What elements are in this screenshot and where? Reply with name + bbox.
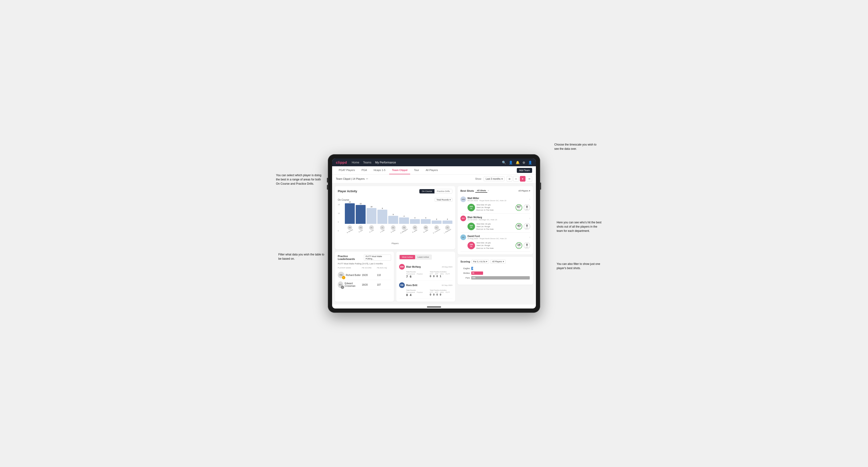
tab-tour[interactable]: Tour	[411, 166, 422, 174]
player-activity-card: Player Activity On Course Practice Drill…	[335, 186, 455, 249]
shot-player-header-3[interactable]: DF David Ford 24 Aug 2023 · Royal North …	[460, 235, 530, 240]
pa-stats-1: Total Rounds Tournament Practice 7	[399, 271, 453, 278]
shot-player-info-1: Matt Miller 09 Jun 2023 · Royal North De…	[467, 197, 528, 201]
shot-info-2: Shot Dist: 43 yds Start Lie: Rough End L…	[476, 223, 514, 231]
lb-col-score: PB SCORE	[362, 267, 376, 269]
annotation-top-right: Choose the timescale you wish to see the…	[554, 143, 601, 151]
view-heart-icon[interactable]: ♥	[520, 176, 526, 182]
lb-col-name: PLAYER NAME	[338, 267, 361, 269]
annotation-top-left: You can select which player is doing the…	[276, 173, 323, 186]
tab-hcaps[interactable]: Hcaps 1-5	[371, 166, 388, 174]
search-icon[interactable]: 🔍	[502, 161, 506, 164]
chart-filter-chevron-icon: ▾	[450, 198, 451, 201]
pa-stats-2: Total Rounds Tournament Practice 8 4	[399, 289, 453, 297]
scoring-row-pars: Pars 499	[460, 276, 530, 280]
shot-avatar-2: BM	[460, 216, 466, 221]
pa-activities-headers: GTT APP ARG PUTT	[430, 273, 453, 275]
lb-player-name-1: Richard Butler	[346, 274, 361, 276]
bar-group-1: 13 BM B. McHarg	[345, 201, 355, 232]
all-players-dropdown[interactable]: All Players ▾	[518, 190, 530, 192]
pa-tournament-val-1: 7	[406, 275, 408, 278]
y-label-15: 15	[338, 204, 340, 206]
nav-my-performance[interactable]: My Performance	[375, 161, 396, 164]
tab-pgat-players[interactable]: PGAT Players	[336, 166, 358, 174]
all-players-label: All Players	[518, 190, 528, 192]
lb-score-2: 18/20	[362, 283, 376, 286]
shot-badge-1: 200 SG	[467, 204, 475, 211]
bar-10	[442, 220, 453, 224]
tab-pga[interactable]: PGA	[359, 166, 370, 174]
tab-all-players[interactable]: All Players	[423, 166, 441, 174]
tab-least-active[interactable]: Least Active	[415, 255, 431, 259]
shot-player-header-1[interactable]: MM Matt Miller 09 Jun 2023 · Royal North…	[460, 196, 530, 202]
best-shots-title: Best Shots	[460, 189, 474, 192]
add-team-button[interactable]: Add Team	[517, 168, 532, 173]
leaderboard-filter[interactable]: PUTT Must Make Putting...	[364, 254, 391, 261]
users-icon[interactable]: 👤	[509, 161, 513, 164]
scoring-bar-birdies: 96	[471, 272, 483, 275]
pa-activities-values-1: 0 0 0 1	[430, 275, 453, 278]
nav-home[interactable]: Home	[352, 161, 359, 164]
shot-stat-end-circle-3: 0 yds	[524, 242, 530, 249]
chart-filter-dropdown[interactable]: Total Rounds ▾	[435, 198, 453, 201]
bar-1	[345, 203, 355, 224]
shots-toggle: All Shots ▾	[475, 189, 489, 193]
pa-rounds-label-2: Total Rounds	[406, 289, 429, 291]
most-active-card: Most Active Least Active BM Blair McHarg…	[396, 252, 455, 302]
shot-details-1: 200 SG Shot Dist: 67 yds Start Lie: Roug…	[460, 204, 530, 212]
show-dropdown[interactable]: Last 3 months ▾	[484, 177, 505, 181]
pa-practice-header: Practice	[417, 273, 423, 275]
shot-player-info-3: David Ford 24 Aug 2023 · Royal North Dev…	[467, 235, 528, 240]
scoring-bar-container-pars: 499	[471, 276, 530, 280]
lb-avatar-1: RB 1	[338, 272, 344, 278]
pa-total-rounds-1: Total Rounds Tournament Practice 7	[406, 271, 429, 278]
shots-tab-all[interactable]: All Shots	[475, 189, 487, 193]
tab-most-active[interactable]: Most Active	[400, 255, 415, 259]
y-label-10: 10	[338, 212, 340, 214]
annotation-bottom-left: Filter what data you wish the table to b…	[278, 252, 326, 261]
view-grid-icon[interactable]: ⊞	[507, 176, 512, 182]
shot-details-3: 198 SG Shot Dist: 16 yds Start Lie: Roug…	[460, 242, 530, 250]
lb-row-1: RB 1 Richard Butler 19/20 110	[338, 270, 391, 280]
shot-stat-end-2: 0 yds	[524, 223, 530, 230]
view-filter-icon[interactable]: ≔	[526, 176, 532, 182]
view-list-icon[interactable]: ≡	[513, 176, 519, 182]
bar-group-8: 3 MM M. Miller	[421, 217, 431, 232]
scoring-bar-pars: 499	[471, 276, 530, 280]
lb-col-avg: PB AVG SQ	[377, 267, 391, 269]
bar-group-2: 12 RB R. Britt	[356, 203, 366, 232]
pa-header-2: RB Rees Britt 02 Sep 2023	[399, 282, 453, 288]
tablet-vol-down	[327, 185, 328, 190]
profile-icon[interactable]: 👤	[528, 161, 532, 164]
toggle-on-course[interactable]: On Course	[420, 189, 434, 193]
notifications-icon[interactable]: 🔔	[516, 161, 520, 164]
sub-nav-right: Add Team	[517, 168, 532, 173]
view-icons: ⊞ ≡ ♥ ≔	[507, 176, 532, 182]
shot-player-info-2: Blair McHarg 23 Jul 2023 · Ashridge GC, …	[467, 216, 528, 221]
lb-rank-2: 2	[341, 286, 344, 289]
pa-stat-row-2: 8 4	[406, 293, 429, 297]
add-icon[interactable]: ⊕	[522, 161, 525, 164]
leaderboard-header: Practice Leaderboards PUTT Must Make Put…	[338, 254, 391, 261]
nav-teams[interactable]: Teams	[363, 161, 371, 164]
bar-3	[367, 208, 376, 224]
pa-activities-headers-2: GTT APP ARG PUTT	[430, 291, 453, 293]
shot-player-name-2: Blair McHarg	[467, 216, 528, 219]
tab-team-clippd[interactable]: Team Clippd	[389, 166, 410, 174]
app-logo: clippd	[336, 160, 347, 164]
shot-avatar-1: MM	[460, 196, 466, 202]
shot-stat-end-circle-1: 0 yds	[524, 204, 530, 211]
toggle-practice-drills[interactable]: Practice Drills	[434, 189, 452, 193]
shot-stat-dist-3: 16 yds	[516, 242, 522, 249]
shot-player-header-2[interactable]: BM Blair McHarg 23 Jul 2023 · Ashridge G…	[460, 216, 530, 221]
scoring-filter-2[interactable]: All Players ▾	[490, 260, 506, 263]
scoring-bar-eagles: 3	[471, 267, 473, 270]
tablet-frame: clippd Home Teams My Performance 🔍 👤 🔔 ⊕…	[328, 154, 540, 313]
tablet-power-button	[540, 183, 541, 190]
scoring-filter2-chevron-icon: ▾	[503, 260, 504, 263]
pa-name-2: Rees Britt	[406, 284, 417, 286]
scoring-filter-1[interactable]: Par 3, 4 & 5s ▾	[471, 260, 489, 263]
scoring-label-eagles: Eagles	[460, 267, 470, 270]
edit-icon[interactable]: ✏	[366, 177, 368, 181]
shot-player-name-3: David Ford	[467, 235, 528, 238]
